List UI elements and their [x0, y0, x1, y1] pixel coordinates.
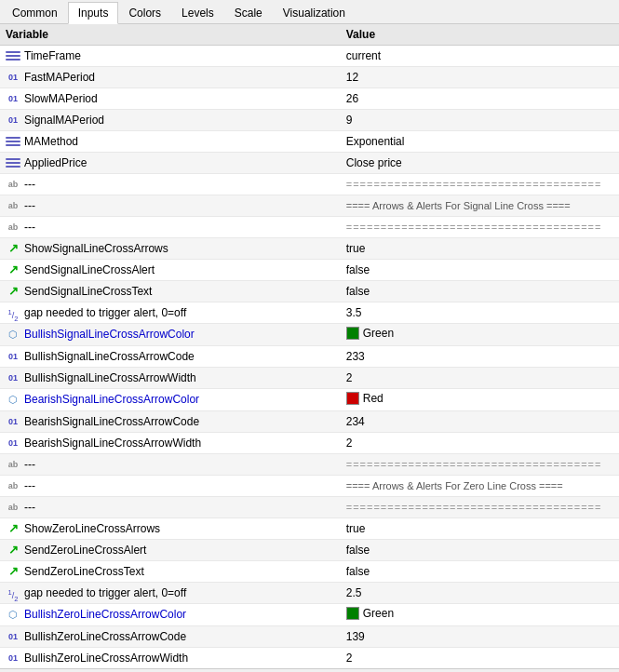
cell-value: 2 — [341, 433, 619, 454]
tab-scale[interactable]: Scale — [224, 2, 273, 23]
table-row: ab---===================================… — [0, 174, 619, 195]
color-label: Green — [363, 607, 394, 620]
variable-label: SendSignalLineCrossAlert — [24, 263, 155, 276]
table-row: 01BullishZeroLineCrossArrowWidth2 — [0, 648, 619, 669]
numeric-icon: 01 — [6, 370, 20, 385]
cell-value: Red — [341, 389, 619, 411]
numeric-icon: 01 — [6, 436, 20, 450]
cell-variable: TimeFrame — [0, 46, 187, 66]
cell-variable: ⬡BullishSignalLineCrossArrowColor — [0, 324, 187, 344]
variable-label: ShowZeroLineCrossArrows — [24, 522, 160, 535]
numeric-icon: 01 — [6, 113, 20, 128]
cell-value: 26 — [341, 88, 619, 110]
cell-variable: 01BullishZeroLineCrossArrowWidth — [0, 648, 187, 668]
cell-variable: 01BullishSignalLineCrossArrowWidth — [0, 368, 187, 388]
table-row: AppliedPriceClose price — [0, 153, 619, 174]
cell-variable: ↗SendSignalLineCrossAlert — [0, 260, 187, 280]
arrow-icon: ↗ — [6, 564, 20, 579]
variable-label: SendSignalLineCrossText — [24, 285, 152, 298]
table-row: TimeFramecurrent — [0, 46, 619, 67]
cell-value: false — [341, 260, 619, 281]
color-label: Green — [363, 327, 394, 340]
cell-variable: 1/2gap needed to trigger alert, 0=off — [0, 583, 187, 603]
col-header-value: Value — [341, 24, 619, 46]
cell-value: 2 — [341, 648, 619, 669]
table-row: ↗SendSignalLineCrossAlertfalse — [0, 260, 619, 281]
cell-value: 2 — [341, 368, 619, 389]
variable-label: gap needed to trigger alert, 0=off — [24, 306, 186, 319]
variable-label: BearishSignalLineCrossArrowColor — [24, 393, 199, 406]
cell-variable: ab--- — [0, 195, 187, 216]
inputs-table: Variable Value TimeFramecurrent01FastMAP… — [0, 24, 619, 668]
tab-inputs[interactable]: Inputs — [68, 2, 119, 24]
color-value: Red — [346, 392, 384, 405]
table-row: 01SlowMAPeriod26 — [0, 88, 619, 110]
cell-variable: 01BearishSignalLineCrossArrowWidth — [0, 433, 187, 453]
cell-variable: AppliedPrice — [0, 153, 187, 173]
variable-label: BullishZeroLineCrossArrowColor — [24, 608, 186, 621]
cell-value: ==== Arrows & Alerts For Zero Line Cross… — [341, 476, 619, 497]
variable-label: BullishSignalLineCrossArrowColor — [24, 328, 195, 341]
variable-label: --- — [24, 221, 35, 234]
ab-icon: ab — [6, 220, 20, 235]
cell-value: ===================================== — [341, 217, 619, 238]
table-row: 01BullishSignalLineCrossArrowWidth2 — [0, 368, 619, 389]
tab-levels[interactable]: Levels — [171, 2, 224, 23]
col-header-variable: Variable — [0, 24, 341, 46]
variable-label: gap needed to trigger alert, 0=off — [24, 586, 186, 599]
table-row: ↗SendZeroLineCrossAlertfalse — [0, 540, 619, 561]
table-row: 01BullishZeroLineCrossArrowCode139 — [0, 626, 619, 648]
variable-label: SignalMAPeriod — [24, 114, 104, 127]
cell-variable: ↗ShowZeroLineCrossArrows — [0, 518, 187, 539]
table-row: 01BearishSignalLineCrossArrowWidth2 — [0, 433, 619, 454]
color-swatch — [346, 392, 359, 405]
table-row: 01BearishSignalLineCrossArrowCode234 — [0, 411, 619, 433]
half-icon: 1/2 — [6, 305, 20, 320]
cell-value: false — [341, 281, 619, 302]
variable-label: BullishZeroLineCrossArrowCode — [24, 630, 186, 643]
tab-visualization[interactable]: Visualization — [273, 2, 356, 23]
cell-value: Green — [341, 604, 619, 626]
cell-variable: ↗ShowSignalLineCrossArrows — [0, 238, 187, 259]
cell-variable: 01BullishSignalLineCrossArrowCode — [0, 346, 187, 367]
ab-icon: ab — [6, 457, 20, 472]
tab-common[interactable]: Common — [2, 2, 68, 23]
cell-variable: ↗SendZeroLineCrossAlert — [0, 540, 187, 560]
table-row: ⬡BullishSignalLineCrossArrowColorGreen — [0, 324, 619, 346]
variable-label: --- — [24, 199, 35, 212]
half-icon: 1/2 — [6, 585, 20, 600]
cell-variable: ab--- — [0, 174, 187, 195]
numeric-icon: 01 — [6, 91, 20, 106]
color-value: Green — [346, 327, 394, 340]
cell-value: ===================================== — [341, 454, 619, 476]
cell-variable: 01BullishZeroLineCrossArrowCode — [0, 626, 187, 647]
table-row: ab---===================================… — [0, 217, 619, 238]
variable-label: AppliedPrice — [24, 156, 87, 169]
cell-value: 139 — [341, 626, 619, 648]
cell-value: Exponential — [341, 131, 619, 153]
table-row: ↗SendZeroLineCrossTextfalse — [0, 561, 619, 583]
cell-variable: ab--- — [0, 217, 187, 237]
variable-label: SendZeroLineCrossText — [24, 565, 144, 578]
cell-value: Green — [341, 324, 619, 346]
cell-variable: 1/2gap needed to trigger alert, 0=off — [0, 302, 187, 323]
numeric-icon: 01 — [6, 70, 20, 85]
variable-label: SlowMAPeriod — [24, 92, 98, 105]
cell-value: 2.5 — [341, 583, 619, 604]
cell-value: false — [341, 561, 619, 583]
table-row: 1/2gap needed to trigger alert, 0=off2.5 — [0, 583, 619, 604]
cell-value: 12 — [341, 67, 619, 88]
color-value: Green — [346, 607, 394, 620]
tab-colors[interactable]: Colors — [118, 2, 171, 23]
palette-icon: ⬡ — [6, 327, 20, 342]
cell-value: ===================================== — [341, 497, 619, 518]
cell-value: ===================================== — [341, 174, 619, 195]
numeric-icon: 01 — [6, 349, 20, 364]
table-row: 1/2gap needed to trigger alert, 0=off3.5 — [0, 302, 619, 324]
arrow-icon: ↗ — [6, 262, 20, 277]
table-row: MAMethodExponential — [0, 131, 619, 153]
cell-variable: ab--- — [0, 454, 187, 475]
variable-label: ShowSignalLineCrossArrows — [24, 242, 168, 255]
cell-variable: ab--- — [0, 497, 187, 517]
palette-icon: ⬡ — [6, 392, 20, 407]
